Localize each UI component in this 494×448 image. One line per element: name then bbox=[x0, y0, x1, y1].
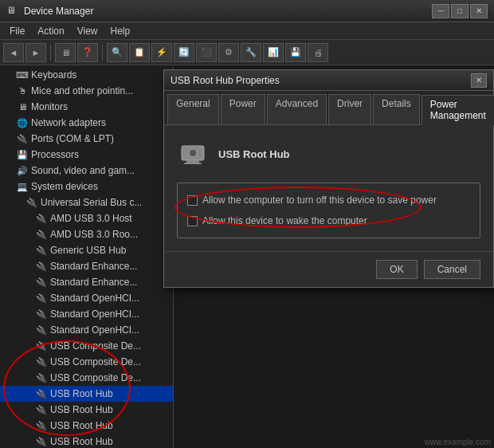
toolbar-refresh[interactable]: 🔄 bbox=[174, 43, 194, 62]
tree-item-std-enhanced-1[interactable]: 🔌 Standard Enhance... bbox=[0, 258, 173, 274]
tree-item-usb-root-4[interactable]: 🔌 USB Root Hub bbox=[0, 434, 173, 448]
menu-help[interactable]: Help bbox=[104, 24, 137, 38]
toolbar-save[interactable]: 💾 bbox=[285, 43, 306, 62]
tree-item-usb-composite-2[interactable]: 🔌 USB Composite De... bbox=[0, 354, 173, 370]
dialog-close-button[interactable]: ✕ bbox=[471, 73, 487, 88]
svg-rect-2 bbox=[184, 163, 202, 164]
std-enhanced-1-label: Standard Enhance... bbox=[50, 261, 137, 272]
tree-item-system[interactable]: 💻 System devices bbox=[0, 179, 173, 195]
toolbar-print[interactable]: 🖨 bbox=[308, 43, 328, 62]
pm-checkbox-2[interactable] bbox=[187, 216, 198, 226]
toolbar-properties[interactable]: 🖥 bbox=[55, 43, 76, 62]
close-button[interactable]: ✕ bbox=[470, 4, 488, 18]
tree-item-network[interactable]: 🌐 Network adapters bbox=[0, 115, 173, 131]
tab-general[interactable]: General bbox=[167, 94, 219, 124]
mice-icon: 🖱 bbox=[16, 84, 29, 97]
watermark: www.example.com bbox=[425, 438, 491, 446]
tree-item-usb-root-3[interactable]: 🔌 USB Root Hub bbox=[0, 418, 173, 434]
pm-option-2-label: Allow this device to wake the computer bbox=[202, 215, 367, 226]
pm-checkbox-1[interactable] bbox=[187, 195, 198, 206]
back-button[interactable]: ◄ bbox=[3, 43, 24, 62]
forward-button[interactable]: ► bbox=[25, 43, 46, 62]
tree-item-std-enhanced-2[interactable]: 🔌 Standard Enhance... bbox=[0, 274, 173, 290]
pm-option-1: Allow the computer to turn off this devi… bbox=[187, 193, 470, 207]
tree-item-mice[interactable]: 🖱 Mice and other pointin... bbox=[0, 83, 173, 99]
tab-power[interactable]: Power bbox=[221, 94, 265, 124]
device-header: USB Root Hub bbox=[177, 138, 480, 170]
toolbar-help[interactable]: ❓ bbox=[77, 43, 98, 62]
toolbar-tools[interactable]: 🔧 bbox=[241, 43, 261, 62]
tree-item-std-openhci-2[interactable]: 🔌 Standard OpenHCI... bbox=[0, 306, 173, 322]
tree-item-ports[interactable]: 🔌 Ports (COM & LPT) bbox=[0, 131, 173, 147]
sound-icon: 🔊 bbox=[16, 164, 29, 177]
minimize-button[interactable]: ─ bbox=[432, 4, 449, 18]
tree-item-monitors[interactable]: 🖥 Monitors bbox=[0, 99, 173, 115]
keyboards-label: Keyboards bbox=[31, 69, 76, 81]
tree-item-std-openhci-3[interactable]: 🔌 Standard OpenHCI... bbox=[0, 322, 173, 338]
window-icon: 🖥 bbox=[6, 5, 19, 18]
tree-item-generic-hub[interactable]: 🔌 Generic USB Hub bbox=[0, 242, 173, 258]
usb-composite-1-icon: 🔌 bbox=[35, 340, 48, 352]
toolbar-power[interactable]: ⚡ bbox=[151, 43, 172, 62]
power-management-section: Allow the computer to turn off this devi… bbox=[177, 183, 480, 238]
amd-usb3-root-icon: 🔌 bbox=[35, 228, 48, 241]
toolbar-settings[interactable]: ⚙ bbox=[218, 43, 239, 62]
pm-option-1-label: Allow the computer to turn off this devi… bbox=[202, 195, 437, 206]
std-openhci-3-icon: 🔌 bbox=[35, 324, 48, 336]
tree-item-usb-root-2[interactable]: 🔌 USB Root Hub bbox=[0, 402, 173, 418]
processors-label: Processors bbox=[31, 149, 79, 160]
toolbar-separator-1 bbox=[50, 45, 51, 61]
std-openhci-2-label: Standard OpenHCI... bbox=[50, 308, 139, 320]
usb-root-1-label: USB Root Hub bbox=[50, 388, 113, 399]
usb-composite-3-icon: 🔌 bbox=[35, 371, 48, 384]
tree-item-std-openhci-1[interactable]: 🔌 Standard OpenHCI... bbox=[0, 290, 173, 306]
tree-item-keyboards[interactable]: ⌨ Keyboards bbox=[0, 67, 173, 83]
device-name: USB Root Hub bbox=[218, 148, 290, 160]
device-icon bbox=[177, 138, 209, 170]
toolbar-scan[interactable]: 🔍 bbox=[107, 43, 127, 62]
tree-item-sound[interactable]: 🔊 Sound, video and gam... bbox=[0, 163, 173, 179]
cancel-button[interactable]: Cancel bbox=[424, 260, 480, 279]
keyboards-icon: ⌨ bbox=[16, 69, 29, 81]
usb-composite-2-label: USB Composite De... bbox=[50, 356, 141, 367]
tab-advanced[interactable]: Advanced bbox=[267, 94, 327, 124]
ok-button[interactable]: OK bbox=[376, 260, 417, 279]
maximize-button[interactable]: □ bbox=[451, 4, 469, 18]
system-icon: 💻 bbox=[16, 180, 29, 193]
menu-view[interactable]: View bbox=[71, 24, 104, 38]
generic-hub-icon: 🔌 bbox=[35, 244, 48, 257]
usb-composite-1-label: USB Composite De... bbox=[50, 340, 141, 352]
toolbar-resource[interactable]: 📋 bbox=[129, 43, 150, 62]
menu-action[interactable]: Action bbox=[31, 24, 70, 38]
tree-item-amd-usb3-root[interactable]: 🔌 AMD USB 3.0 Roo... bbox=[0, 226, 173, 242]
system-label: System devices bbox=[31, 181, 98, 192]
dialog-title-text: USB Root Hub Properties bbox=[171, 75, 471, 86]
main-area: ⌨ Keyboards 🖱 Mice and other pointin... … bbox=[0, 65, 494, 448]
usb-root-3-icon: 🔌 bbox=[35, 419, 48, 432]
tree-item-amd-usb3-host[interactable]: 🔌 AMD USB 3.0 Host bbox=[0, 210, 173, 226]
menu-file[interactable]: File bbox=[3, 24, 31, 38]
properties-dialog: USB Root Hub Properties ✕ General Power … bbox=[163, 69, 494, 288]
tab-details[interactable]: Details bbox=[373, 94, 420, 124]
tree-item-usb-controller[interactable]: 🔌 Universal Serial Bus c... bbox=[0, 195, 173, 210]
usb-root-3-label: USB Root Hub bbox=[50, 420, 113, 431]
std-enhanced-2-label: Standard Enhance... bbox=[50, 277, 137, 288]
tree-item-processors[interactable]: 💾 Processors bbox=[0, 147, 173, 163]
tree-item-usb-composite-1[interactable]: 🔌 USB Composite De... bbox=[0, 338, 173, 354]
tree-item-usb-root-1[interactable]: 🔌 USB Root Hub bbox=[0, 386, 173, 402]
processors-icon: 💾 bbox=[16, 148, 29, 161]
generic-hub-label: Generic USB Hub bbox=[50, 245, 126, 256]
std-openhci-1-label: Standard OpenHCI... bbox=[50, 293, 139, 304]
tabs-bar: General Power Advanced Driver Details Po… bbox=[164, 91, 493, 125]
toolbar-report[interactable]: 📊 bbox=[263, 43, 284, 62]
tree-item-usb-composite-3[interactable]: 🔌 USB Composite De... bbox=[0, 370, 173, 386]
usb-composite-2-icon: 🔌 bbox=[35, 356, 48, 368]
usb-root-2-icon: 🔌 bbox=[35, 403, 48, 416]
menu-bar: File Action View Help bbox=[0, 22, 494, 40]
toolbar-stop[interactable]: ⬛ bbox=[196, 43, 217, 62]
usb-controller-label: Universal Serial Bus c... bbox=[41, 197, 142, 208]
usb-root-4-label: USB Root Hub bbox=[50, 436, 113, 447]
usb-root-2-label: USB Root Hub bbox=[50, 404, 113, 415]
tab-driver[interactable]: Driver bbox=[328, 94, 371, 124]
tab-power-management[interactable]: Power Management bbox=[421, 95, 494, 125]
